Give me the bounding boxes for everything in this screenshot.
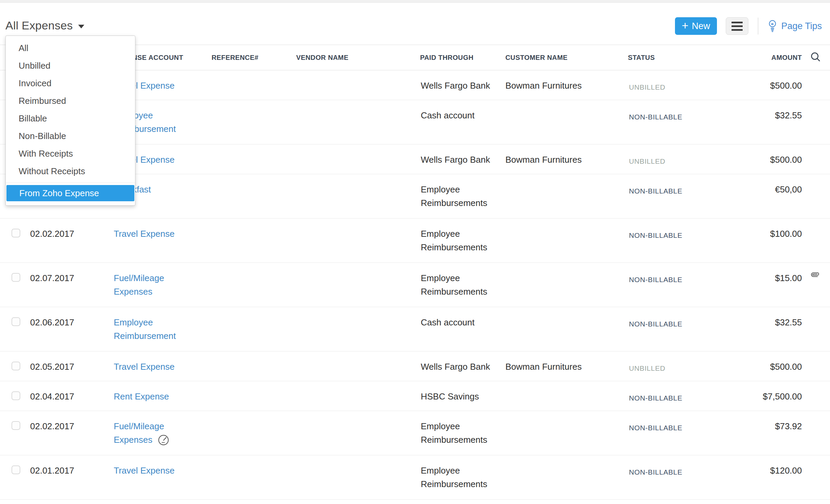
- plus-icon: +: [682, 19, 689, 32]
- status-badge: NON-BILLABLE: [629, 187, 682, 195]
- expense-account-link[interactable]: Employee: [114, 316, 153, 329]
- expense-amount: $7,500.00: [713, 381, 802, 411]
- menu-separator: [6, 183, 135, 183]
- row-checkbox[interactable]: [12, 421, 20, 430]
- expense-account-link[interactable]: Travel Expense: [114, 227, 175, 240]
- vendor-name: [296, 100, 420, 144]
- header-reference: REFERENCE#: [212, 45, 296, 70]
- row-checkbox[interactable]: [12, 317, 20, 326]
- reference-number: [212, 144, 296, 174]
- lightbulb-icon: [768, 20, 777, 32]
- menu-item-all[interactable]: All: [6, 39, 135, 57]
- expense-account-link[interactable]: Fuel/Mileage: [114, 271, 164, 285]
- expense-date: 02.06.2017: [29, 307, 114, 351]
- expense-amount: $73.92: [713, 411, 802, 455]
- expense-amount: $100.00: [713, 219, 802, 263]
- reference-number: [212, 263, 296, 307]
- paid-through: EmployeeReimbursements: [420, 263, 505, 307]
- row-checkbox[interactable]: [12, 465, 20, 474]
- menu-item-with-receipts[interactable]: With Receipts: [6, 145, 135, 162]
- hamburger-menu-button[interactable]: [726, 17, 748, 35]
- customer-name: [505, 307, 628, 351]
- new-button-label: New: [692, 21, 710, 31]
- paid-through: EmployeeReimbursements: [420, 219, 505, 263]
- vendor-name: [296, 70, 420, 100]
- vendor-name: [296, 411, 420, 455]
- status-badge: NON-BILLABLE: [629, 113, 682, 121]
- header-status: STATUS: [628, 45, 713, 70]
- table-row: 02.04.2017Rent ExpenseHSBC SavingsNON-BI…: [0, 381, 830, 411]
- menu-item-without-receipts[interactable]: Without Receipts: [6, 162, 135, 180]
- customer-name: [505, 411, 628, 455]
- reference-number: [212, 70, 296, 100]
- table-row: 02.01.2017Travel ExpenseEmployeeReimburs…: [0, 455, 830, 500]
- vendor-name: [296, 381, 420, 411]
- menu-item-reimbursed[interactable]: Reimbursed: [6, 92, 135, 110]
- expense-account-link[interactable]: Travel Expense: [114, 360, 175, 373]
- paid-through: Wells Fargo Bank: [420, 351, 505, 381]
- row-checkbox[interactable]: [12, 391, 20, 400]
- top-window-strip: [0, 0, 830, 3]
- customer-name: Bowman Furnitures: [505, 144, 628, 174]
- status-badge: NON-BILLABLE: [629, 424, 682, 432]
- table-row: 02.06.2017EmployeeReimbursementCash acco…: [0, 307, 830, 351]
- menu-item-non-billable[interactable]: Non-Billable: [6, 127, 135, 145]
- table-row: 02.02.2017Travel ExpenseEmployeeReimburs…: [0, 219, 830, 263]
- page-tips-label: Page Tips: [781, 21, 822, 31]
- expense-amount: €50,00: [713, 174, 802, 219]
- menu-item-invoiced[interactable]: Invoiced: [6, 74, 135, 92]
- expense-date: 02.07.2017: [29, 263, 114, 307]
- reference-number: [212, 381, 296, 411]
- customer-name: Bowman Furnitures: [505, 351, 628, 381]
- menu-item-from-zoho-expense[interactable]: From Zoho Expense: [6, 185, 134, 201]
- expense-amount: $32.55: [713, 100, 802, 144]
- toolbar: + New Page Tips: [675, 17, 830, 35]
- reference-number: [212, 351, 296, 381]
- row-checkbox[interactable]: [12, 362, 20, 370]
- table-row: 02.02.2017Fuel/MileageExpensesEmployeeRe…: [0, 411, 830, 455]
- menu-item-unbilled[interactable]: Unbilled: [6, 57, 135, 74]
- expense-date: 02.05.2017: [29, 351, 114, 381]
- table-row: 02.05.2017Travel ExpenseWells Fargo Bank…: [0, 351, 830, 381]
- expense-filter-menu: AllUnbilledInvoicedReimbursedBillableNon…: [5, 36, 135, 206]
- status-badge: NON-BILLABLE: [629, 320, 682, 328]
- expense-amount: $120.00: [713, 455, 802, 500]
- paid-through: EmployeeReimbursements: [420, 411, 505, 455]
- page-title: All Expenses: [5, 19, 73, 32]
- expense-date: 02.04.2017: [29, 381, 114, 411]
- paid-through: EmployeeReimbursements: [420, 174, 505, 219]
- expense-amount: $500.00: [713, 351, 802, 381]
- expense-account-link[interactable]: Travel Expense: [114, 464, 175, 477]
- status-badge: NON-BILLABLE: [629, 394, 682, 402]
- customer-name: [505, 455, 628, 500]
- paid-through: Wells Fargo Bank: [420, 70, 505, 100]
- header-vendor-name: VENDOR NAME: [296, 45, 420, 70]
- expenses-filter-dropdown-toggle[interactable]: All Expenses: [5, 19, 84, 32]
- new-button[interactable]: + New: [675, 17, 717, 35]
- expense-account-link[interactable]: Expenses: [114, 433, 152, 446]
- status-badge: UNBILLED: [629, 364, 665, 372]
- expense-account-link[interactable]: Reimbursement: [114, 329, 176, 343]
- expense-account-link[interactable]: Fuel/Mileage: [114, 419, 164, 433]
- expense-amount: $500.00: [713, 144, 802, 174]
- mileage-gauge-icon: [158, 434, 169, 446]
- vendor-name: [296, 455, 420, 500]
- customer-name: Bowman Furnitures: [505, 70, 628, 100]
- customer-name: [505, 263, 628, 307]
- paid-through: EmployeeReimbursements: [420, 455, 505, 500]
- page-tips-link[interactable]: Page Tips: [768, 20, 822, 32]
- expense-account-link[interactable]: Expenses: [114, 285, 152, 298]
- row-checkbox[interactable]: [12, 229, 20, 237]
- vendor-name: [296, 351, 420, 381]
- paid-through: Cash account: [420, 100, 505, 144]
- status-badge: NON-BILLABLE: [629, 468, 682, 476]
- paid-through: Cash account: [420, 307, 505, 351]
- vendor-name: [296, 307, 420, 351]
- vendor-name: [296, 174, 420, 219]
- row-checkbox[interactable]: [12, 273, 20, 282]
- chevron-down-icon: [78, 25, 84, 28]
- menu-item-billable[interactable]: Billable: [6, 110, 135, 127]
- search-icon[interactable]: [810, 51, 821, 62]
- expense-amount: $32.55: [713, 307, 802, 351]
- expense-account-link[interactable]: Rent Expense: [114, 390, 169, 403]
